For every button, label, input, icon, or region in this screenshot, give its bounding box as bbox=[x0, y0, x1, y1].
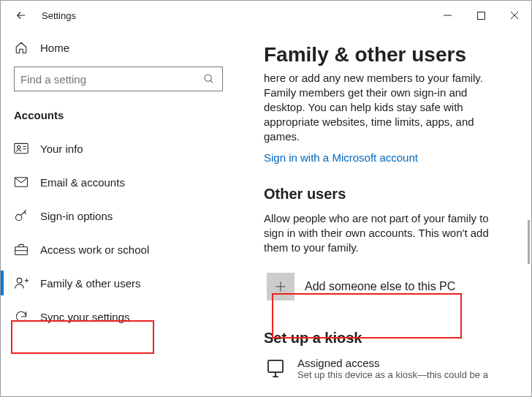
sidebar-item-label: Your info bbox=[40, 143, 83, 155]
family-description: here or add any new members to your fami… bbox=[264, 71, 509, 144]
people-plus-icon bbox=[14, 276, 28, 290]
signin-link[interactable]: Sign in with a Microsoft account bbox=[264, 151, 509, 164]
back-button[interactable] bbox=[11, 5, 31, 26]
svg-point-4 bbox=[205, 75, 211, 81]
sidebar-item-label: Family & other users bbox=[40, 277, 141, 290]
assigned-access-desc: Set up this device as a kiosk—this could… bbox=[297, 369, 488, 380]
sync-icon bbox=[14, 309, 28, 324]
add-someone-label: Add someone else to this PC bbox=[305, 280, 455, 293]
home-label: Home bbox=[40, 42, 69, 54]
person-card-icon bbox=[14, 141, 28, 156]
plus-icon bbox=[267, 273, 294, 300]
main-content: Family & other users here or add any new… bbox=[242, 30, 531, 396]
other-users-heading: Other users bbox=[264, 186, 509, 203]
sidebar-item-label: Access work or school bbox=[40, 243, 149, 256]
add-someone-button[interactable]: Add someone else to this PC bbox=[264, 268, 509, 305]
search-icon bbox=[202, 72, 216, 86]
sidebar-item-signin[interactable]: Sign-in options bbox=[11, 199, 242, 232]
briefcase-icon bbox=[14, 242, 28, 257]
sidebar-item-label: Sync your settings bbox=[40, 311, 130, 323]
sidebar-item-email[interactable]: Email & accounts bbox=[11, 165, 242, 199]
svg-point-7 bbox=[18, 145, 20, 148]
kiosk-icon bbox=[264, 357, 287, 380]
key-icon bbox=[14, 208, 28, 223]
sidebar-item-sync[interactable]: Sync your settings bbox=[11, 300, 242, 333]
sidebar-item-label: Sign-in options bbox=[40, 210, 113, 222]
svg-rect-1 bbox=[477, 12, 484, 19]
sidebar-item-label: Email & accounts bbox=[40, 176, 125, 189]
maximize-button[interactable] bbox=[464, 4, 498, 27]
window-title: Settings bbox=[42, 10, 76, 21]
section-accounts: Accounts bbox=[11, 105, 242, 132]
assigned-access-title: Assigned access bbox=[297, 357, 488, 369]
home-nav[interactable]: Home bbox=[11, 33, 242, 62]
mail-icon bbox=[14, 175, 28, 189]
close-button[interactable] bbox=[498, 4, 531, 27]
page-title: Family & other users bbox=[264, 43, 509, 67]
other-users-description: Allow people who are not part of your fa… bbox=[264, 211, 509, 255]
search-input[interactable] bbox=[14, 67, 223, 91]
svg-rect-6 bbox=[15, 143, 28, 153]
home-icon bbox=[14, 40, 28, 55]
scrollbar[interactable] bbox=[528, 220, 530, 264]
sidebar: Home Accounts Your info Email & accounts bbox=[1, 30, 242, 396]
sidebar-item-family[interactable]: Family & other users bbox=[11, 266, 242, 300]
svg-line-5 bbox=[210, 80, 213, 83]
sidebar-item-your-info[interactable]: Your info bbox=[11, 132, 242, 165]
svg-point-11 bbox=[16, 214, 22, 220]
search-field[interactable] bbox=[20, 73, 202, 86]
assigned-access-button[interactable]: Assigned access Set up this device as a … bbox=[264, 357, 509, 380]
svg-rect-18 bbox=[268, 360, 283, 372]
sidebar-item-work[interactable]: Access work or school bbox=[11, 232, 242, 266]
kiosk-heading: Set up a kiosk bbox=[264, 330, 509, 347]
svg-point-13 bbox=[17, 278, 22, 283]
minimize-button[interactable] bbox=[430, 4, 464, 27]
